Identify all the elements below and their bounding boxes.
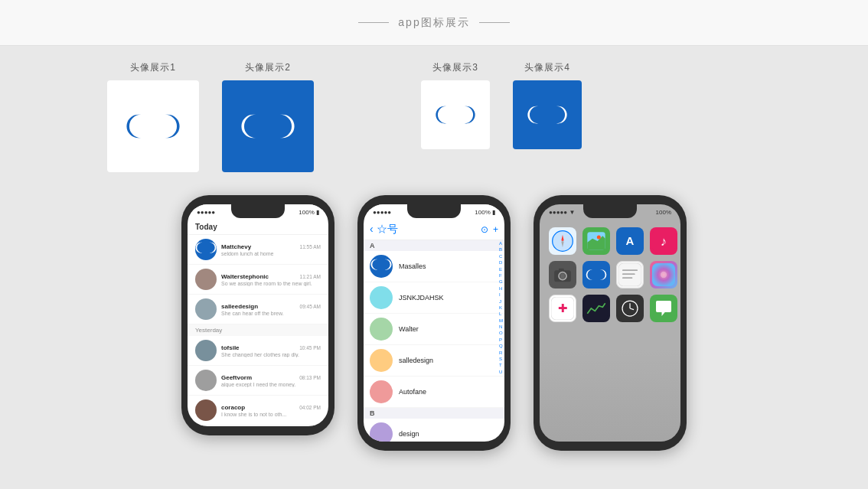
contact-avatar-walter (370, 318, 393, 341)
svg-text:A: A (626, 234, 635, 247)
contact-name-autofane: Autofane (399, 388, 426, 396)
chat-item[interactable]: tofsile 10:45 PM She changed her clothes… (188, 336, 328, 366)
health-icon[interactable]: ✚ (549, 295, 576, 322)
avatars-row: 头像展示1 头像展示2 (107, 61, 761, 172)
chat-list-today: Mattchevy 11:55 AM seldom lunch at home … (188, 235, 328, 324)
chat-content-y2: Geeftvorm 08:13 PM alque except I need t… (221, 374, 321, 387)
chat-name-y2: Geeftvorm (221, 374, 252, 381)
title-bar: app图标展示 (0, 0, 868, 46)
home-grid: A ♪ (540, 220, 680, 330)
phone1-mockup: ●●●●● 100% ▮ Today (181, 195, 334, 435)
chat-name-2: Walterstephonic (221, 273, 269, 280)
co-app-icon[interactable] (582, 261, 610, 289)
contact-header-icons: ⊙ + (481, 224, 498, 235)
svg-rect-18 (622, 269, 638, 271)
chat-time-y1: 10:45 PM (299, 345, 321, 350)
right-line (479, 22, 510, 23)
music-icon[interactable]: ♪ (650, 227, 677, 255)
chat-avatar-1 (195, 239, 217, 260)
clock-icon[interactable] (616, 295, 644, 322)
co-logo-1 (126, 111, 180, 142)
phone3-notch (583, 204, 637, 218)
avatar-group-2: 头像展示2 (222, 61, 314, 172)
chat-item[interactable]: coracop 04:02 PM I know she is to not to… (188, 396, 328, 425)
svg-rect-20 (622, 277, 632, 279)
phone2-screen: ●●●●● 100% ▮ ‹ ☆号 ⊙ + A (364, 204, 504, 442)
add-icon[interactable]: + (493, 224, 498, 235)
page-title: app图标展示 (398, 16, 469, 30)
avatar-group-3: 头像展示3 (421, 61, 490, 149)
alphabet-sidebar[interactable]: A B C D E F G H I J K L M N O (499, 240, 503, 375)
chat-avatar-y3 (195, 399, 217, 421)
contact-item[interactable]: Walter (364, 314, 504, 345)
chat-content-y3: coracop 04:02 PM I know she is to not to… (221, 404, 321, 417)
svg-rect-19 (622, 273, 635, 275)
contact-name-design: design (399, 430, 419, 438)
chat-name-y3: coracop (221, 404, 245, 411)
contact-item[interactable]: Autofane (364, 377, 504, 408)
co-logo-4 (527, 103, 567, 126)
contact-section-b: B (364, 408, 504, 419)
contact-item[interactable]: JSNKJDAHSK (364, 282, 504, 314)
avatar-label-1: 头像展示1 (130, 61, 176, 74)
chat-header: Today (188, 220, 328, 235)
chat-time-y2: 08:13 PM (299, 375, 321, 380)
camera-icon[interactable] (549, 261, 576, 289)
appstore-icon[interactable]: A (616, 227, 644, 255)
safari-icon[interactable] (549, 227, 576, 255)
phone1-screen: ●●●●● 100% ▮ Today (188, 204, 328, 426)
avatar-box-3 (421, 80, 490, 149)
contact-back-btn[interactable]: ‹ ☆号 (370, 223, 398, 236)
left-line (358, 22, 389, 23)
chat-content-3: salleedesign 09:45 AM She can hear off t… (221, 303, 321, 316)
chat-avatar-y2 (195, 370, 217, 391)
avatar-box-4 (513, 80, 582, 149)
notes-icon[interactable] (616, 261, 644, 289)
svg-text:♪: ♪ (661, 234, 667, 249)
chat-item[interactable]: Geeftvorm 08:13 PM alque except I need t… (188, 366, 328, 396)
chat-item[interactable]: Mattchevy 11:55 AM seldom lunch at home (188, 235, 328, 265)
svg-point-6 (597, 236, 601, 240)
chat-item[interactable]: Walterstephonic 11:21 AM So we assign th… (188, 265, 328, 295)
avatar-group-1: 头像展示1 (107, 61, 199, 172)
chat-name-row-3: salleedesign 09:45 AM (221, 303, 321, 310)
chat-msg-3: She can hear off the brew. (221, 311, 321, 316)
svg-text:✚: ✚ (558, 302, 568, 315)
chat-name-y1: tofsile (221, 344, 240, 351)
chat-name-3: salleedesign (221, 303, 258, 310)
phones-section: ●●●●● 100% ▮ Today (107, 195, 761, 451)
chat-item[interactable]: salleedesign 09:45 AM She can hear off t… (188, 295, 328, 324)
contact-avatar-salle (370, 349, 393, 372)
maps-icon[interactable] (582, 227, 610, 255)
contact-avatar-masalles (370, 255, 393, 278)
contact-name-jsnk: JSNKJDAHSK (399, 294, 444, 302)
avatar-group-4: 头像展示4 (513, 61, 582, 149)
search-icon[interactable]: ⊙ (481, 224, 488, 235)
chat-msg-y2: alque except I need the money. (221, 382, 321, 387)
chat-msg-1: seldom lunch at home (221, 251, 321, 256)
title-line: app图标展示 (358, 16, 509, 30)
chat-name-row-1: Mattchevy 11:55 AM (221, 243, 321, 250)
phone1-notch (231, 204, 285, 218)
chat-msg-y3: I know she is to not to oth... (221, 412, 321, 417)
svg-point-14 (560, 273, 566, 279)
chat-list-yesterday: tofsile 10:45 PM She changed her clothes… (188, 336, 328, 425)
phone3-screen: ●●●●● ▼ 100% (540, 204, 680, 442)
contact-name-walter: Walter (399, 325, 419, 333)
avatar-label-2: 头像展示2 (245, 61, 291, 74)
messages-icon[interactable] (650, 295, 677, 322)
chat-time-1: 11:55 AM (300, 244, 321, 249)
contact-avatar-autofane (370, 380, 393, 403)
contact-item[interactable]: salledesign (364, 345, 504, 377)
chat-name-row-y2: Geeftvorm 08:13 PM (221, 374, 321, 381)
svg-rect-15 (559, 269, 564, 271)
contact-item[interactable]: design (364, 419, 504, 442)
contact-list: A Masalles (364, 240, 504, 442)
stocks-icon[interactable] (582, 295, 610, 322)
contact-item[interactable]: Masalles (364, 251, 504, 282)
photos-icon[interactable] (650, 261, 677, 289)
chat-content-1: Mattchevy 11:55 AM seldom lunch at home (221, 243, 321, 256)
chat-avatar-y1 (195, 340, 217, 361)
chat-name-row-y3: coracop 04:02 PM (221, 404, 321, 411)
chat-time-2: 11:21 AM (300, 274, 321, 279)
